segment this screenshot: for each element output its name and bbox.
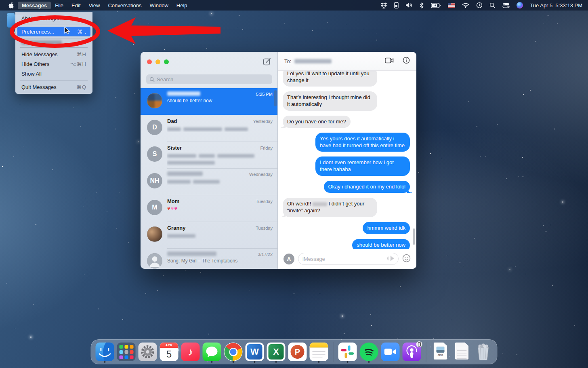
battery-charging-icon[interactable]	[431, 2, 441, 9]
dock-icon-excel[interactable]: X	[267, 341, 286, 363]
menubar-item-view[interactable]: View	[85, 2, 104, 9]
emoji-picker-icon[interactable]	[402, 254, 411, 264]
star	[84, 274, 84, 275]
menubar-item-help[interactable]: Help	[172, 2, 191, 9]
bluetooth-icon[interactable]	[420, 2, 424, 9]
star	[52, 169, 53, 170]
dock-icon-powerpoint[interactable]: P	[288, 341, 307, 363]
menubar-item-window[interactable]: Window	[146, 2, 172, 9]
menu-item-preferences[interactable]: Preferences...⌘ ,	[17, 27, 90, 36]
close-button[interactable]	[147, 59, 152, 64]
spotlight-search-icon[interactable]	[489, 2, 496, 9]
minimize-button[interactable]	[155, 59, 160, 64]
dock-icon-music[interactable]: ♪	[181, 341, 200, 363]
dock-icon-spotify[interactable]	[359, 341, 379, 363]
conversation-row[interactable]: S SisterFriday	[141, 142, 277, 168]
time-machine-icon[interactable]	[476, 2, 483, 9]
dock-icon-chrome[interactable]	[224, 341, 243, 363]
star	[320, 293, 320, 294]
device-battery-icon[interactable]	[394, 2, 399, 9]
star	[460, 262, 460, 263]
dock-running-indicator	[233, 361, 234, 363]
imessage-input[interactable]: iMessage	[298, 253, 399, 265]
star	[500, 194, 500, 194]
conversation-name-redacted	[167, 171, 203, 176]
star	[574, 325, 575, 326]
dock-icon-calendar[interactable]: APR5	[160, 341, 179, 363]
conversation-row[interactable]: NH Wednesday	[141, 168, 277, 195]
dock-icon-system-preferences[interactable]	[138, 341, 158, 363]
compose-icon[interactable]	[263, 57, 271, 67]
menu-item-show-all[interactable]: Show All	[17, 69, 90, 78]
zoom-button[interactable]	[164, 59, 169, 64]
star	[200, 272, 201, 273]
dock-icon-launchpad[interactable]	[117, 341, 136, 363]
dock-icon-podcasts[interactable]	[402, 341, 422, 363]
dock-icon-notes[interactable]	[309, 341, 329, 363]
dock-icon-jpg-file[interactable]: JPG	[431, 341, 450, 363]
dock-icon-messages[interactable]	[202, 341, 222, 363]
sidebar-scrollbar[interactable]	[274, 90, 277, 106]
siri-icon[interactable]	[517, 2, 523, 9]
conversation-list: 5:25 PMshould be better now D DadYesterd…	[141, 88, 277, 269]
imessage-apps-icon[interactable]: A	[284, 254, 294, 264]
conversation-row[interactable]: 5:25 PMshould be better now	[141, 88, 277, 115]
menu-item-hide-others[interactable]: Hide Others⌥⌘H	[17, 59, 90, 69]
window-titlebar[interactable]	[141, 52, 277, 70]
menu-item-quit-messages[interactable]: Quit Messages⌘Q	[17, 82, 90, 92]
volume-icon[interactable]	[405, 2, 413, 9]
conversation-row[interactable]: M MomTuesday♥♥♥	[141, 195, 277, 222]
dock-icon-word[interactable]: W	[245, 341, 265, 363]
dock-icon-slack[interactable]	[338, 341, 357, 363]
dock-icon-trash[interactable]	[474, 341, 493, 363]
star	[557, 23, 558, 24]
star	[344, 333, 344, 334]
star	[452, 320, 452, 320]
wifi-icon[interactable]	[462, 2, 469, 9]
menu-separator	[20, 47, 88, 48]
conversation-name: Sister	[167, 145, 182, 151]
star	[562, 201, 563, 203]
star	[468, 101, 469, 102]
menubar-item-file[interactable]: File	[51, 2, 67, 9]
dock-icon-finder[interactable]	[95, 341, 115, 363]
star	[370, 314, 371, 315]
audio-waveform-icon[interactable]	[387, 256, 394, 262]
conversation-time: 3/17/22	[258, 252, 273, 257]
menubar-item-conversations[interactable]: Conversations	[104, 2, 145, 9]
menu-item-redacted[interactable]	[21, 40, 62, 45]
dock-icon-zoom[interactable]	[381, 341, 400, 363]
menu-item-about-messages[interactable]: About Messages	[17, 13, 90, 23]
star	[543, 225, 544, 226]
app-menus: MessagesFileEditViewConversationsWindowH…	[18, 2, 191, 9]
conversation-row[interactable]: 3/17/22Song: My Girl – The Temptations	[141, 248, 277, 269]
incoming-message-bubble: Oh weird!! I didn’t get your “invite” ag…	[283, 198, 377, 217]
dock-icon-csv-file[interactable]	[452, 341, 472, 363]
menubar-item-edit[interactable]: Edit	[67, 2, 84, 9]
star	[115, 129, 116, 129]
menubar-item-messages[interactable]: Messages	[18, 2, 51, 9]
control-center-icon[interactable]	[502, 2, 510, 9]
star	[485, 156, 486, 157]
menu-item-hide-messages[interactable]: Hide Messages⌘H	[17, 49, 90, 59]
conversation-row[interactable]: GrannyTuesday	[141, 222, 277, 248]
conversation-row[interactable]: D DadYesterday	[141, 115, 277, 142]
info-icon[interactable]	[403, 57, 410, 66]
star	[23, 146, 23, 146]
star	[138, 141, 139, 142]
recipient-name-redacted	[294, 59, 332, 63]
apple-menu-icon[interactable]	[6, 1, 16, 9]
menu-bar-clock: Tue Apr 5 5:33:13 PM	[530, 2, 582, 8]
star	[128, 242, 129, 243]
dock-running-indicator	[104, 361, 106, 363]
chat-scrollbar[interactable]	[413, 228, 415, 245]
star	[517, 354, 517, 355]
search-placeholder: Search	[157, 76, 173, 82]
video-call-icon[interactable]	[385, 57, 394, 65]
search-input[interactable]: Search	[146, 74, 272, 84]
keyboard-flag-icon[interactable]	[448, 2, 455, 9]
outgoing-message-bubble: should be better now	[352, 239, 410, 249]
to-label: To:	[284, 58, 291, 64]
conversation-preview-redacted	[167, 152, 264, 166]
dropbox-icon[interactable]	[380, 2, 387, 9]
